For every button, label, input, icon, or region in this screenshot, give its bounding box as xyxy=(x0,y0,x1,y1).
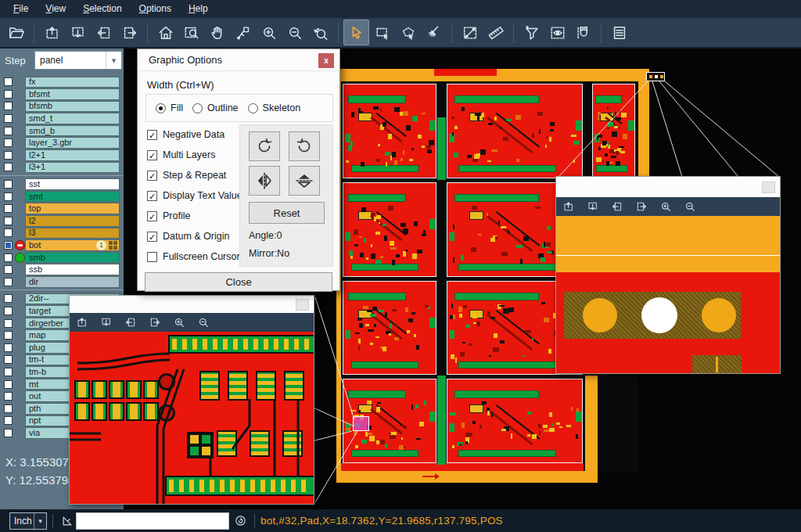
layer-visibility-checkbox[interactable] xyxy=(4,90,13,99)
select-poly-button[interactable] xyxy=(395,20,421,45)
layer-row-smt[interactable]: smt xyxy=(0,190,124,203)
layer-visibility-checkbox[interactable] xyxy=(4,114,13,123)
layer-visibility-checkbox[interactable] xyxy=(4,307,13,315)
unit-select[interactable]: Inch ▾ xyxy=(9,512,47,530)
layer-visibility-checkbox[interactable] xyxy=(4,102,13,110)
layer-row-dir[interactable]: dir xyxy=(0,276,124,289)
checkbox-step-repeat[interactable]: ✓Step & Repeat xyxy=(147,165,239,185)
pan-up-button[interactable] xyxy=(561,199,577,214)
select-rect-button[interactable] xyxy=(369,20,395,45)
layer-visibility-checkbox[interactable] xyxy=(4,404,13,413)
checkbox-box[interactable]: ✓ xyxy=(147,130,157,140)
layer-name-chip[interactable]: l2 xyxy=(25,215,120,227)
pan-right-button[interactable] xyxy=(117,20,142,45)
open-folder-button[interactable] xyxy=(3,20,29,45)
magnifier-window-right[interactable] xyxy=(555,176,781,374)
layer-row-l3+1[interactable]: l3+1 xyxy=(0,161,124,174)
filter-button[interactable] xyxy=(519,20,544,45)
reset-button[interactable]: Reset xyxy=(249,202,325,224)
pan-up-button[interactable] xyxy=(39,20,65,45)
zoom-area-button[interactable] xyxy=(178,20,204,45)
pan-down-button[interactable] xyxy=(585,199,601,214)
magnifier-window-left[interactable] xyxy=(69,295,314,505)
layer-visibility-checkbox[interactable] xyxy=(4,180,13,189)
checkbox-box[interactable]: ✓ xyxy=(147,171,157,181)
layer-visibility-checkbox[interactable] xyxy=(4,163,13,171)
zoom-previous-button[interactable] xyxy=(307,20,333,45)
close-icon[interactable]: x xyxy=(318,53,334,68)
step-select[interactable]: panel ▾ xyxy=(34,51,122,70)
layer-row-layer_3.gbr[interactable]: layer_3.gbr xyxy=(0,137,124,149)
checkbox-profile[interactable]: ✓Profile xyxy=(147,206,239,226)
layer-row-bfsmb[interactable]: bfsmb xyxy=(0,100,124,113)
layer-visibility-checkbox[interactable] xyxy=(4,392,13,401)
layer-visibility-checkbox[interactable] xyxy=(4,265,13,274)
layer-visibility-checkbox[interactable] xyxy=(4,138,13,147)
layer-row-top[interactable]: top xyxy=(0,203,124,215)
layer-name-chip[interactable]: fx xyxy=(25,77,120,88)
layer-visibility-checkbox[interactable] xyxy=(4,77,13,86)
corner-angle-icon[interactable] xyxy=(59,514,76,528)
layer-visibility-checkbox[interactable] xyxy=(4,380,13,389)
zoom-in-button[interactable] xyxy=(658,199,673,214)
radio-fill[interactable]: Fill xyxy=(156,102,183,113)
rotate-ccw-button[interactable] xyxy=(289,131,320,161)
layer-name-chip[interactable]: bfsmt xyxy=(25,88,120,100)
layer-name-chip[interactable]: bot1 xyxy=(25,239,120,251)
layer-row-l3[interactable]: l3 xyxy=(0,227,124,239)
layer-name-chip[interactable]: l3 xyxy=(25,228,120,239)
menu-help[interactable]: Help xyxy=(180,0,217,18)
layer-visibility-checkbox[interactable] xyxy=(4,204,13,213)
zoom-in-button[interactable] xyxy=(171,315,187,330)
layer-row-smd_b[interactable]: smd_b xyxy=(0,124,124,137)
layer-row-l2+1[interactable]: l2+1 xyxy=(0,149,124,162)
layers-panel-button[interactable] xyxy=(606,20,632,45)
move-vertex-button[interactable] xyxy=(230,20,256,45)
layer-visibility-checkbox[interactable] xyxy=(4,217,13,225)
pan-left-button[interactable] xyxy=(123,315,138,330)
layer-visibility-checkbox[interactable] xyxy=(4,343,13,352)
menu-options[interactable]: Options xyxy=(131,0,180,18)
layer-name-chip[interactable]: smb xyxy=(25,252,120,264)
layer-row-smb[interactable]: smb xyxy=(0,251,124,264)
checkbox-box[interactable]: ✓ xyxy=(147,191,157,201)
layer-visibility-checkbox[interactable] xyxy=(4,151,13,160)
layer-visibility-checkbox[interactable] xyxy=(4,368,13,376)
snap-button[interactable] xyxy=(570,20,596,45)
menu-file[interactable]: File xyxy=(5,0,37,18)
display-options-button[interactable] xyxy=(544,20,570,45)
layer-name-chip[interactable]: dir xyxy=(25,276,120,288)
layer-visibility-checkbox[interactable] xyxy=(4,228,13,237)
mirror-horizontal-button[interactable] xyxy=(249,166,280,196)
pan-up-button[interactable] xyxy=(74,315,90,330)
checkbox-multi-layers[interactable]: ✓Multi Layers xyxy=(147,145,239,165)
window-menu-button[interactable] xyxy=(762,182,775,193)
magnifier-window-left-titlebar[interactable] xyxy=(70,296,314,313)
pan-right-button[interactable] xyxy=(634,199,649,214)
layer-name-chip[interactable]: l2+1 xyxy=(25,149,120,161)
ruler-button[interactable] xyxy=(483,20,508,45)
layer-row-bot[interactable]: bot1 xyxy=(0,239,124,252)
layer-name-chip[interactable]: smd_b xyxy=(25,125,120,137)
layer-visibility-checkbox[interactable] xyxy=(4,331,13,340)
layer-name-chip[interactable]: bfsmb xyxy=(25,101,120,113)
layer-visibility-checkbox[interactable] xyxy=(4,416,13,425)
pan-down-button[interactable] xyxy=(99,315,114,330)
layer-name-chip[interactable]: smd_t xyxy=(25,113,120,124)
layer-row-fx[interactable]: fx xyxy=(0,76,124,88)
layer-visibility-checkbox[interactable] xyxy=(4,253,13,262)
checkbox-box[interactable]: ✓ xyxy=(147,211,157,221)
pan-left-button[interactable] xyxy=(91,20,117,45)
layer-visibility-checkbox[interactable] xyxy=(4,127,13,135)
zoom-in-button[interactable] xyxy=(256,20,282,45)
checkbox-negative-data[interactable]: ✓Negative Data xyxy=(147,124,239,145)
zoom-out-button[interactable] xyxy=(196,315,211,330)
window-menu-button[interactable] xyxy=(296,299,309,311)
select-cursor-button[interactable] xyxy=(343,20,369,45)
radio-circle[interactable] xyxy=(248,103,258,113)
checkbox-box[interactable] xyxy=(147,252,157,262)
layer-visibility-checkbox[interactable] xyxy=(4,278,13,286)
layer-row-ssb[interactable]: ssb xyxy=(0,264,124,276)
layer-name-chip[interactable]: ssb xyxy=(25,264,120,275)
checkbox-box[interactable]: ✓ xyxy=(147,150,157,160)
